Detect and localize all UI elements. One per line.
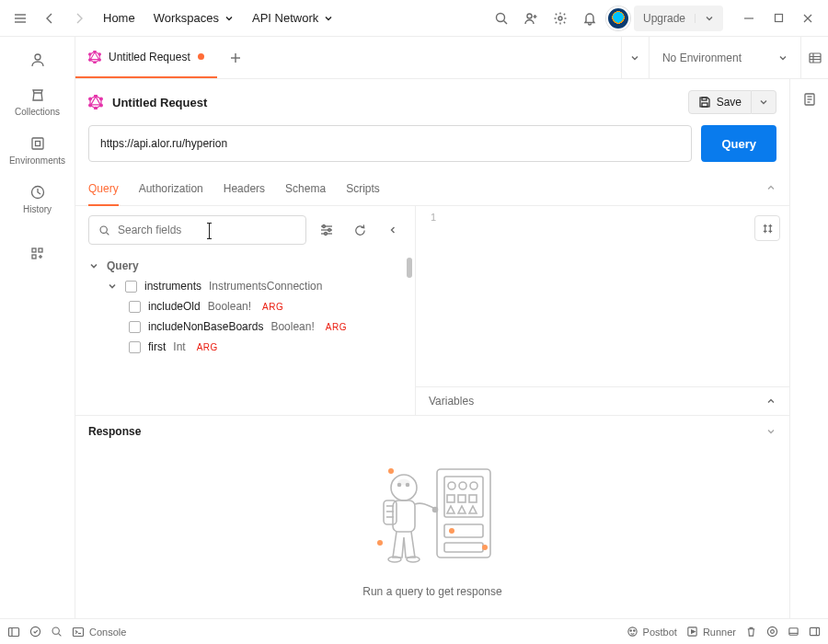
svg-point-57 — [459, 482, 466, 489]
settings-icon[interactable] — [547, 6, 573, 31]
save-caret-button[interactable] — [752, 90, 776, 114]
svg-point-89 — [52, 627, 59, 634]
response-header[interactable]: Response — [75, 416, 789, 447]
response-title: Response — [88, 425, 141, 438]
url-input[interactable] — [88, 125, 692, 162]
svg-point-68 — [482, 545, 488, 550]
search-icon[interactable] — [489, 6, 514, 31]
search-fields-input[interactable] — [118, 224, 296, 236]
subtab-query[interactable]: Query — [88, 175, 119, 206]
window-minimize-icon[interactable] — [736, 6, 762, 31]
beautify-button[interactable] — [754, 215, 780, 241]
svg-marker-62 — [447, 506, 454, 513]
svg-rect-102 — [810, 627, 819, 635]
upgrade-caret[interactable] — [695, 14, 723, 23]
tabs-menu-button[interactable] — [621, 37, 649, 78]
sb-console[interactable]: Console — [72, 626, 126, 638]
nav-workspaces[interactable]: Workspaces — [146, 7, 241, 29]
node-type: InstrumentsConnection — [209, 280, 322, 293]
svg-point-3 — [496, 13, 504, 21]
menu-icon[interactable] — [7, 6, 33, 31]
sb-cookies-icon[interactable] — [788, 626, 799, 638]
environment-quicklook-button[interactable] — [800, 37, 828, 78]
request-body: Untitled Request Save Query Qu — [75, 79, 789, 618]
environment-selector[interactable]: No Environment — [649, 37, 800, 78]
sb-find-icon[interactable] — [51, 626, 63, 638]
chevron-down-icon — [324, 14, 333, 23]
sidebar-history-label: History — [23, 204, 52, 214]
svg-rect-45 — [702, 103, 707, 107]
tree-arg-includeNonBaseBoards[interactable]: includeNonBaseBoards Boolean! ARG — [88, 316, 406, 337]
svg-point-46 — [100, 226, 107, 233]
notifications-icon[interactable] — [577, 6, 603, 31]
subtab-schema[interactable]: Schema — [285, 175, 326, 205]
request-title[interactable]: Untitled Request — [112, 96, 207, 109]
body-split: Untitled Request Save Query Qu — [75, 79, 828, 618]
chevron-down-icon — [224, 14, 234, 23]
svg-rect-14 — [32, 138, 43, 149]
tree-root[interactable]: Query — [88, 256, 406, 276]
query-editor[interactable]: 1 — [416, 206, 789, 386]
documentation-icon[interactable] — [802, 92, 817, 107]
query-button[interactable]: Query — [701, 125, 776, 162]
tree-arg-first[interactable]: first Int ARG — [88, 337, 406, 357]
tree-node-instruments[interactable]: instruments InstrumentsConnection — [88, 276, 406, 296]
checkbox[interactable] — [129, 321, 141, 333]
svg-point-39 — [100, 98, 103, 100]
graphql-icon — [88, 95, 103, 109]
svg-point-25 — [98, 52, 100, 54]
window-close-icon[interactable] — [795, 6, 821, 31]
sb-sidebar-toggle[interactable] — [7, 626, 20, 638]
filter-icon[interactable] — [314, 217, 339, 243]
node-name: instruments — [144, 280, 201, 293]
sidebar-history[interactable]: History — [6, 177, 69, 222]
invite-icon[interactable] — [518, 6, 544, 31]
svg-point-24 — [94, 51, 96, 52]
sb-runner[interactable]: Runner — [686, 626, 736, 638]
search-icon — [98, 224, 110, 236]
sb-trash-icon[interactable] — [745, 626, 757, 638]
nav-api-network[interactable]: API Network — [245, 7, 340, 29]
chevron-down-icon — [765, 426, 776, 437]
svg-point-29 — [89, 52, 91, 54]
sb-postbot[interactable]: Postbot — [627, 626, 677, 638]
sb-guide-icon[interactable] — [766, 626, 778, 638]
back-icon[interactable] — [37, 6, 63, 31]
refresh-icon[interactable] — [347, 217, 373, 243]
right-sidebar — [789, 79, 828, 618]
subtab-authorization[interactable]: Authorization — [139, 175, 203, 205]
checkbox[interactable] — [125, 281, 137, 293]
svg-point-38 — [95, 95, 98, 98]
arg-badge: ARG — [262, 302, 283, 312]
variables-header[interactable]: Variables — [416, 386, 789, 415]
request-tab[interactable]: Untitled Request — [75, 37, 217, 78]
window-maximize-icon[interactable] — [765, 6, 791, 31]
sb-sync-icon[interactable] — [29, 626, 41, 638]
subtab-headers[interactable]: Headers — [224, 175, 265, 205]
collapse-icon[interactable] — [765, 175, 776, 205]
sidebar-account[interactable] — [6, 44, 69, 75]
nav-home[interactable]: Home — [96, 7, 143, 29]
collapse-left-icon[interactable] — [380, 217, 406, 243]
scrollbar-thumb[interactable] — [407, 258, 412, 278]
upgrade-button[interactable]: Upgrade — [634, 6, 723, 31]
save-button[interactable]: Save — [688, 90, 752, 114]
sidebar-collections[interactable]: Collections — [6, 79, 69, 124]
search-fields-input-wrap[interactable] — [88, 215, 306, 245]
forward-icon[interactable] — [66, 6, 92, 31]
checkbox[interactable] — [129, 341, 141, 353]
response-hint: Run a query to get response — [362, 585, 501, 598]
save-icon — [698, 96, 711, 109]
sidebar-configure[interactable] — [6, 238, 69, 270]
left-sidebar: Collections Environments History — [0, 37, 75, 618]
request-header: Untitled Request Save — [75, 79, 789, 125]
sb-layout-icon[interactable] — [809, 626, 821, 638]
avatar[interactable] — [606, 6, 630, 30]
checkbox[interactable] — [129, 301, 141, 313]
subtab-scripts[interactable]: Scripts — [346, 175, 380, 205]
new-tab-button[interactable] — [217, 37, 254, 78]
sidebar-environments[interactable]: Environments — [6, 128, 69, 173]
tree-arg-includeOld[interactable]: includeOld Boolean! ARG — [88, 296, 406, 316]
chevron-down-icon — [107, 282, 118, 291]
arg-badge: ARG — [197, 342, 218, 352]
